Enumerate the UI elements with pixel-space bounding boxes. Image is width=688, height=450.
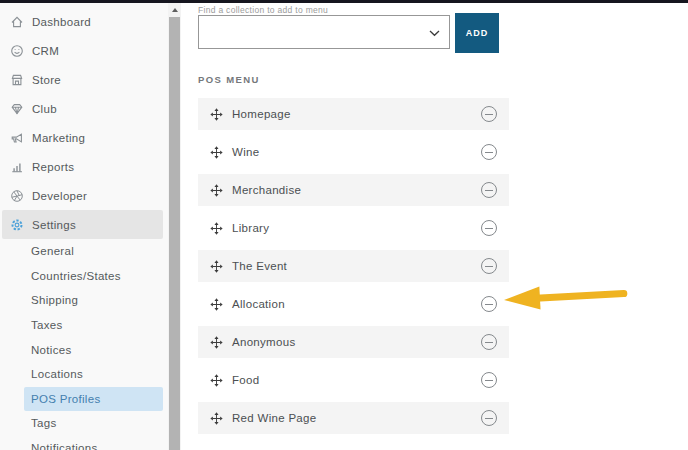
- menu-item-label: Library: [232, 222, 481, 234]
- gem-icon: [10, 102, 24, 116]
- sidebar-subitem-taxes[interactable]: Taxes: [24, 313, 163, 338]
- move-handle-icon[interactable]: [210, 184, 223, 197]
- menu-item-label: The Event: [232, 260, 481, 272]
- sidebar-subitem-locations[interactable]: Locations: [24, 362, 163, 387]
- chevron-down-icon: [429, 30, 440, 37]
- menu-item-label: Wine: [232, 146, 481, 158]
- pos-menu-row-the-event: The Event: [198, 250, 509, 282]
- sidebar-item-label: Dashboard: [32, 16, 91, 28]
- sidebar-subitem-general[interactable]: General: [24, 239, 163, 264]
- bar-chart-icon: [10, 160, 24, 174]
- sidebar-item-label: Settings: [32, 219, 76, 231]
- sidebar-item-label: Marketing: [32, 132, 85, 144]
- top-border-bar: [0, 0, 688, 3]
- sidebar-item-reports[interactable]: Reports: [2, 152, 163, 181]
- gear-icon: [10, 218, 24, 232]
- sidebar-item-label: Store: [32, 74, 61, 86]
- collection-select-label: Find a collection to add to menu: [198, 5, 688, 15]
- pos-menu-row-red-wine-page: Red Wine Page: [198, 402, 509, 434]
- pos-menu-row-library: Library: [198, 212, 509, 244]
- sidebar-item-label: Developer: [32, 190, 87, 202]
- sidebar-subitem-label: General: [31, 245, 74, 257]
- sidebar-subitem-label: Tags: [31, 417, 57, 429]
- sidebar: Dashboard CRM Store Club Marketing Repor…: [0, 3, 168, 450]
- home-icon: [10, 15, 24, 29]
- sidebar-subitem-label: Locations: [31, 368, 83, 380]
- menu-item-label: Allocation: [232, 298, 481, 310]
- add-button[interactable]: ADD: [455, 13, 499, 53]
- pos-menu-row-homepage: Homepage: [198, 98, 509, 130]
- pos-menu-heading: POS MENU: [198, 74, 688, 85]
- sidebar-subitem-label: POS Profiles: [31, 393, 100, 405]
- sidebar-item-store[interactable]: Store: [2, 65, 163, 94]
- menu-item-label: Food: [232, 374, 481, 386]
- sidebar-item-settings[interactable]: Settings: [2, 210, 163, 239]
- remove-icon[interactable]: [481, 372, 497, 388]
- sidebar-subitem-notifications[interactable]: Notifications: [24, 436, 163, 450]
- move-handle-icon[interactable]: [210, 374, 223, 387]
- pos-menu-row-wine: Wine: [198, 136, 509, 168]
- pos-menu-row-merchandise: Merchandise: [198, 174, 509, 206]
- move-handle-icon[interactable]: [210, 298, 223, 311]
- megaphone-icon: [10, 131, 24, 145]
- pos-menu-list: Homepage Wine Merchandise Library The Ev…: [198, 98, 509, 434]
- sidebar-item-club[interactable]: Club: [2, 94, 163, 123]
- sidebar-subitem-tags[interactable]: Tags: [24, 411, 163, 436]
- sidebar-subitem-shipping[interactable]: Shipping: [24, 288, 163, 313]
- sidebar-item-dashboard[interactable]: Dashboard: [2, 7, 163, 36]
- scrollbar-thumb[interactable]: [169, 17, 180, 450]
- sidebar-item-developer[interactable]: Developer: [2, 181, 163, 210]
- sidebar-scrollbar[interactable]: [168, 3, 181, 450]
- remove-icon[interactable]: [481, 334, 497, 350]
- sidebar-item-label: Club: [32, 103, 57, 115]
- move-handle-icon[interactable]: [210, 146, 223, 159]
- remove-icon[interactable]: [481, 258, 497, 274]
- pos-menu-row-allocation: Allocation: [198, 288, 509, 320]
- move-handle-icon[interactable]: [210, 108, 223, 121]
- remove-icon[interactable]: [481, 106, 497, 122]
- sidebar-item-label: Reports: [32, 161, 74, 173]
- pos-menu-row-food: Food: [198, 364, 509, 396]
- remove-icon[interactable]: [481, 296, 497, 312]
- sidebar-subitem-label: Countries/States: [31, 270, 121, 282]
- menu-item-label: Merchandise: [232, 184, 481, 196]
- sidebar-subitem-notices[interactable]: Notices: [24, 337, 163, 362]
- remove-icon[interactable]: [481, 144, 497, 160]
- sidebar-subitem-label: Taxes: [31, 319, 63, 331]
- sidebar-item-crm[interactable]: CRM: [2, 36, 163, 65]
- sidebar-subitem-label: Shipping: [31, 294, 78, 306]
- menu-item-label: Anonymous: [232, 336, 481, 348]
- smiley-icon: [10, 44, 24, 58]
- move-handle-icon[interactable]: [210, 336, 223, 349]
- sidebar-item-marketing[interactable]: Marketing: [2, 123, 163, 152]
- menu-item-label: Red Wine Page: [232, 412, 481, 424]
- sidebar-item-label: CRM: [32, 45, 59, 57]
- move-handle-icon[interactable]: [210, 260, 223, 273]
- sidebar-subitem-countries-states[interactable]: Countries/States: [24, 264, 163, 289]
- sidebar-subitem-label: Notices: [31, 344, 71, 356]
- storefront-icon: [10, 73, 24, 87]
- sidebar-settings-subnav: General Countries/States Shipping Taxes …: [0, 239, 168, 450]
- collection-select[interactable]: [198, 15, 450, 49]
- move-handle-icon[interactable]: [210, 412, 223, 425]
- add-collection-controls: ADD: [198, 15, 688, 53]
- sidebar-subitem-label: Notifications: [31, 442, 98, 450]
- sidebar-subitem-pos-profiles[interactable]: POS Profiles: [24, 387, 163, 412]
- move-handle-icon[interactable]: [210, 222, 223, 235]
- remove-icon[interactable]: [481, 410, 497, 426]
- remove-icon[interactable]: [481, 182, 497, 198]
- aperture-icon: [10, 189, 24, 203]
- sidebar-nav: Dashboard CRM Store Club Marketing Repor…: [0, 3, 168, 239]
- remove-icon[interactable]: [481, 220, 497, 236]
- menu-item-label: Homepage: [232, 108, 481, 120]
- main-content: Find a collection to add to menu ADD POS…: [181, 3, 688, 450]
- pos-menu-row-anonymous: Anonymous: [198, 326, 509, 358]
- scrollbar-up-arrow-icon[interactable]: [168, 3, 181, 16]
